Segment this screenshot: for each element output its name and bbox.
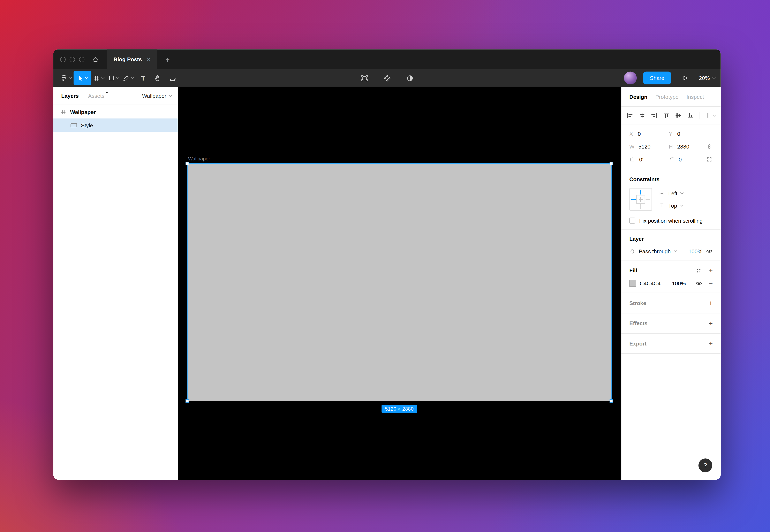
home-button[interactable] xyxy=(92,55,99,63)
add-effect-button[interactable]: + xyxy=(709,320,713,327)
layer-row-style[interactable]: Style xyxy=(53,119,178,132)
constraint-top-tick[interactable] xyxy=(640,190,641,195)
help-button[interactable]: ? xyxy=(699,458,712,472)
present-button[interactable] xyxy=(678,71,693,85)
shape-tool-button[interactable] xyxy=(106,71,121,85)
file-tab[interactable]: Blog Posts × xyxy=(107,49,157,69)
selection-handle-bottom-right[interactable] xyxy=(610,399,613,403)
align-horizontal-center-button[interactable] xyxy=(639,112,646,119)
layer-visibility-eye-icon[interactable] xyxy=(706,248,713,255)
play-icon xyxy=(682,75,689,82)
create-component-button[interactable] xyxy=(380,71,394,85)
blend-mode-select[interactable]: Pass through xyxy=(639,248,671,254)
y-field[interactable]: Y 0 xyxy=(669,131,707,137)
zoom-level: 20% xyxy=(699,75,710,81)
align-top-button[interactable] xyxy=(663,112,670,119)
fill-styles-icon[interactable] xyxy=(695,267,702,274)
corner-radius-value[interactable]: 0 xyxy=(679,157,682,162)
pen-icon xyxy=(123,75,129,81)
add-fill-button[interactable]: + xyxy=(709,267,713,274)
tab-inspect[interactable]: Inspect xyxy=(686,93,704,99)
window-zoom-button[interactable] xyxy=(79,56,84,62)
selection-handle-bottom-left[interactable] xyxy=(186,399,189,403)
user-avatar[interactable] xyxy=(624,71,636,84)
new-tab-button[interactable]: + xyxy=(165,55,170,63)
hand-tool-button[interactable] xyxy=(151,71,165,85)
layer-name: Wallpaper xyxy=(70,109,96,115)
h-value[interactable]: 2880 xyxy=(677,144,689,150)
selection-size-badge: 5120 × 2880 xyxy=(382,405,417,413)
tab-close-icon[interactable]: × xyxy=(147,56,151,62)
distribute-menu-button[interactable] xyxy=(705,112,716,119)
canvas[interactable]: Wallpaper 5120 × 2880 xyxy=(178,87,621,480)
text-tool-button[interactable]: T xyxy=(136,71,151,85)
constraint-right-tick[interactable] xyxy=(646,199,650,200)
comment-tool-button[interactable] xyxy=(165,71,180,85)
home-icon xyxy=(92,55,99,63)
window-close-button[interactable] xyxy=(60,56,66,62)
rotation-icon xyxy=(629,157,635,162)
page-selector[interactable]: Wallpaper xyxy=(142,93,172,99)
fix-position-row[interactable]: Fix position when scrolling xyxy=(629,218,713,224)
move-tool-button[interactable] xyxy=(74,71,91,85)
frame-tool-button[interactable] xyxy=(91,71,106,85)
remove-fill-button[interactable]: − xyxy=(709,280,713,286)
traffic-lights xyxy=(60,56,84,62)
selected-rectangle[interactable] xyxy=(188,164,611,401)
independent-corners-button[interactable] xyxy=(706,157,712,162)
use-as-mask-button[interactable] xyxy=(402,71,417,85)
effects-title: Effects xyxy=(629,320,647,326)
tab-prototype[interactable]: Prototype xyxy=(655,93,679,99)
constraint-bottom-tick[interactable] xyxy=(640,204,641,209)
edit-object-button[interactable] xyxy=(357,71,372,85)
tab-layers[interactable]: Layers xyxy=(61,93,79,99)
fill-row: C4C4C4 100% − xyxy=(629,280,713,287)
horizontal-constraint-value: Left xyxy=(668,190,677,196)
w-value[interactable]: 5120 xyxy=(639,144,651,150)
align-bottom-button[interactable] xyxy=(687,112,694,119)
inspector-panel: Design Prototype Inspect X xyxy=(621,87,720,480)
width-field[interactable]: W 5120 xyxy=(629,144,669,150)
rotation-field[interactable]: 0° xyxy=(629,157,669,162)
rotation-value[interactable]: 0° xyxy=(639,157,644,162)
constraints-widget[interactable] xyxy=(629,188,652,211)
align-left-button[interactable] xyxy=(626,112,633,119)
constraint-left-tick[interactable] xyxy=(631,199,636,200)
align-vertical-center-button[interactable] xyxy=(675,112,682,119)
tab-assets[interactable]: Assets xyxy=(88,93,104,99)
align-right-button[interactable] xyxy=(651,112,658,119)
constrain-proportions-button[interactable] xyxy=(706,144,712,150)
frame-name-label[interactable]: Wallpaper xyxy=(188,156,210,161)
y-value[interactable]: 0 xyxy=(677,131,680,137)
constraints-section: Constraints xyxy=(621,170,721,230)
main-menu-button[interactable] xyxy=(59,71,74,85)
layer-opacity-value[interactable]: 100% xyxy=(688,248,702,254)
corner-radius-field[interactable]: 0 xyxy=(669,157,707,162)
add-stroke-button[interactable]: + xyxy=(709,299,713,306)
tab-design[interactable]: Design xyxy=(629,93,647,99)
zoom-menu-button[interactable]: 20% xyxy=(699,75,715,81)
vertical-constraint-icon xyxy=(659,203,665,208)
height-field[interactable]: H 2880 xyxy=(669,144,707,150)
fill-color-swatch[interactable] xyxy=(629,280,636,287)
selection-handle-top-right[interactable] xyxy=(610,162,613,165)
page-selector-label: Wallpaper xyxy=(142,93,166,99)
layer-name: Style xyxy=(81,122,93,128)
layer-row-wallpaper[interactable]: Wallpaper xyxy=(53,105,178,119)
fill-hex-value[interactable]: C4C4C4 xyxy=(640,280,660,286)
vertical-constraint-select[interactable]: Top xyxy=(659,203,683,208)
fill-opacity-value[interactable]: 100% xyxy=(672,280,686,286)
add-export-button[interactable]: + xyxy=(709,340,713,347)
window-minimize-button[interactable] xyxy=(70,56,75,62)
selection-handle-top-left[interactable] xyxy=(186,162,189,165)
fill-visibility-eye-icon[interactable] xyxy=(696,280,703,287)
x-field[interactable]: X 0 xyxy=(629,131,669,137)
file-tab-title: Blog Posts xyxy=(114,56,142,62)
fix-position-checkbox[interactable] xyxy=(629,218,635,224)
edit-object-icon xyxy=(361,74,368,82)
pen-tool-button[interactable] xyxy=(121,71,136,85)
inspector-tabs: Design Prototype Inspect xyxy=(621,87,721,107)
horizontal-constraint-select[interactable]: Left xyxy=(659,190,683,196)
x-value[interactable]: 0 xyxy=(638,131,641,137)
share-button[interactable]: Share xyxy=(643,71,671,84)
